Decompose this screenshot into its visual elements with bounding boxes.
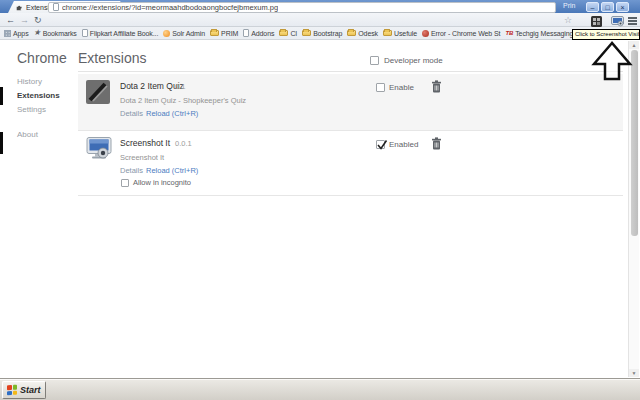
page-title: Extensions [78,50,146,66]
incognito-checkbox[interactable] [121,179,129,187]
star-icon: ★ [34,29,41,37]
bookmark-label: Usefule [394,30,417,37]
extension-version: 0.1 [175,82,185,91]
start-button[interactable]: Start [2,381,46,399]
bookmark-solr-admin[interactable]: Solr Admin [163,30,205,37]
bookmark-label: Apps [13,30,29,37]
tb-logo-icon: TB [505,30,513,36]
bookmark-label: Flipkart Affiliate Book... [90,30,158,37]
close-button[interactable]: × [616,2,629,12]
scroll-down-icon[interactable]: ▼ [629,369,639,377]
url-text[interactable]: chrome://extensions/?id=meormaahdbodoaon… [62,3,278,12]
desktop: Extensions × Prin – □ × ← → ↻ chrome://e… [0,0,640,400]
browser-toolbar: ← → ↻ [0,13,640,27]
page-icon [82,29,88,37]
extension-version: 0.0.1 [175,139,192,148]
sidebar-title: Chrome [17,50,67,66]
extension-row-dota2: Dota 2 Item Quiz 0.1 Dota 2 Item Quiz - … [78,74,623,131]
puzzle-favicon-icon [16,4,23,11]
screenshot-it-extension-icon [86,137,113,161]
bookmark-label: CI [290,30,297,37]
bookmark-star-icon[interactable]: ☆ [564,15,572,25]
forward-icon[interactable]: → [20,14,29,26]
bookmark-label: PRIM [221,30,238,37]
extension-name: Screenshot It [120,138,170,148]
extension-row-screenshot-it: Screenshot It 0.0.1 Screenshot It Detail… [78,131,623,196]
annotation-arrow-icon [590,41,636,81]
reload-icon[interactable]: ↻ [34,14,42,26]
bookmark-apps[interactable]: Apps [4,30,29,37]
bookmark-error-webstore[interactable]: Error - Chrome Web St [422,30,500,37]
bookmark-label: Odesk [358,30,378,37]
header-divider [78,71,623,72]
enable-label: Enable [389,83,414,92]
bookmark-label: Techgig Messaging... [515,30,579,37]
error-icon [422,30,429,37]
trash-icon[interactable] [431,137,442,150]
artifact-bar [0,132,3,154]
minimize-button[interactable]: – [586,2,599,12]
sidebar-item-settings[interactable]: Settings [17,105,46,114]
bookmark-bookmarks[interactable]: ★Bookmarks [34,29,77,37]
start-label: Start [20,385,41,395]
grid-extension-icon[interactable] [591,16,602,27]
address-bar[interactable]: chrome://extensions/?id=meormaahdbodoaon… [48,2,556,13]
apps-grid-icon [4,30,11,37]
folder-icon [347,30,356,36]
dota2-extension-icon [86,80,110,104]
details-link[interactable]: Details [120,109,143,118]
bookmark-bootstrap[interactable]: Bootstrap [302,30,342,37]
screenshot-tooltip: Click to Screenshot Visible tab [572,29,640,40]
page-icon [243,29,249,37]
bookmark-usefule[interactable]: Usefule [383,30,417,37]
bookmark-prim[interactable]: PRIM [210,30,238,37]
folder-icon [302,30,311,36]
reload-link[interactable]: Reload (Ctrl+R) [146,109,198,118]
extension-description: Screenshot It [120,153,164,162]
back-icon[interactable]: ← [6,14,15,26]
bookmark-addons[interactable]: Addons [243,29,274,37]
page-scrollbar[interactable]: ▲ ▼ [628,41,639,377]
bookmark-label: Bookmarks [43,30,77,37]
hamburger-menu-icon[interactable] [628,17,637,25]
folder-icon [383,30,392,36]
reload-link[interactable]: Reload (Ctrl+R) [146,166,198,175]
bookmark-odesk[interactable]: Odesk [347,30,378,37]
sidebar-item-about[interactable]: About [17,130,38,139]
sidebar-item-extensions[interactable]: Extensions [17,91,60,100]
windows-flag-icon [7,385,17,396]
folder-icon [279,30,288,36]
bookmark-techgig[interactable]: TBTechgig Messaging... [505,30,579,37]
enabled-label: Enabled [389,140,418,149]
enable-checkbox[interactable] [376,83,385,92]
folder-icon [210,30,219,36]
sidebar-item-history[interactable]: History [17,77,42,86]
enabled-checkbox[interactable] [376,140,385,149]
restore-button[interactable]: □ [601,2,614,12]
bookmark-ci[interactable]: CI [279,30,297,37]
extension-description: Dota 2 Item Quiz - Shopkeeper's Quiz [120,96,246,105]
incognito-label: Allow in incognito [133,178,191,187]
extensions-page: Chrome History Extensions Settings About… [0,40,640,378]
bookmark-label: Solr Admin [172,30,205,37]
taskbar: Start ‹ [0,378,640,400]
page-icon [53,3,59,11]
trash-icon[interactable] [431,80,442,93]
checkmark-icon [376,139,388,151]
screenshot-extension-icon[interactable] [611,16,624,27]
developer-mode-label: Developer mode [384,56,443,65]
bookmark-label: Error - Chrome Web St [431,30,500,37]
bookmark-label: Addons [251,30,274,37]
window-label: Prin [563,2,575,9]
bookmark-label: Bootstrap [313,30,342,37]
bookmark-flipkart[interactable]: Flipkart Affiliate Book... [82,29,158,37]
details-link[interactable]: Details [120,166,143,175]
developer-mode-checkbox[interactable] [370,56,379,65]
solr-icon [163,30,170,37]
sidebar-selection-indicator [0,87,3,105]
bookmarks-bar: Apps ★Bookmarks Flipkart Affiliate Book.… [0,27,640,40]
